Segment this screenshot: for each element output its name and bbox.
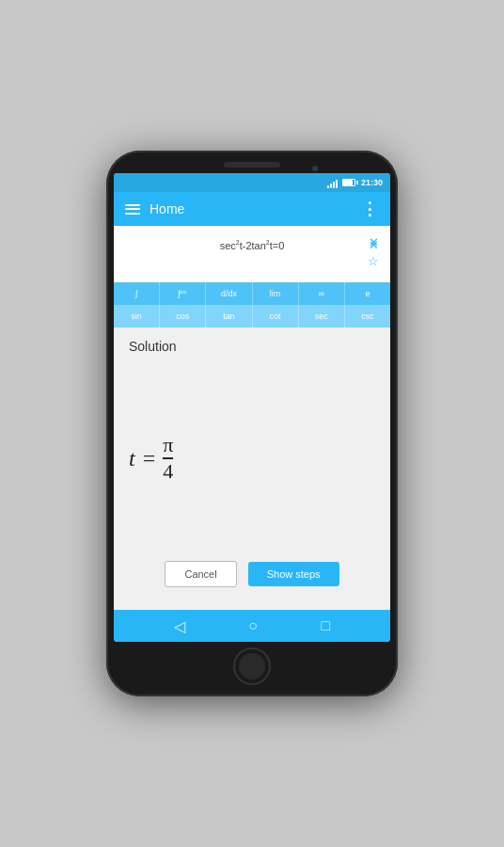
input-area: ✕ sec2t-2tan2t=0 ✕ ☆ bbox=[114, 226, 390, 282]
show-steps-button[interactable]: Show steps bbox=[248, 562, 339, 586]
battery-icon bbox=[342, 179, 355, 186]
solution-equals: = bbox=[143, 446, 156, 471]
more-options-icon[interactable]: ⋮ bbox=[361, 200, 379, 217]
solution-variable: t bbox=[129, 446, 135, 471]
app-title: Home bbox=[150, 201, 352, 216]
status-time: 21:30 bbox=[361, 178, 383, 187]
keyboard-row-2: sin cos tan cot sec csc bbox=[114, 305, 390, 328]
equation-row: sec2t-2tan2t=0 ✕ ☆ bbox=[125, 235, 379, 255]
equation-clear-button[interactable]: ✕ bbox=[369, 238, 379, 252]
bottom-nav-bar: ◁ ○ □ bbox=[114, 610, 390, 642]
key-tan[interactable]: tan bbox=[206, 305, 252, 328]
key-integral[interactable]: ∫ bbox=[114, 282, 160, 305]
key-derivative[interactable]: d/dx bbox=[206, 282, 252, 305]
solution-math: t = π 4 bbox=[129, 363, 375, 553]
math-keyboard: ∫ ∫ᵃᵇ d/dx lim ∞ e sin cos tan cot sec c… bbox=[114, 282, 390, 328]
phone-frame: 21:30 Home ⋮ ✕ sec2t-2tan2t=0 ✕ ☆ bbox=[106, 151, 398, 696]
phone-screen: 21:30 Home ⋮ ✕ sec2t-2tan2t=0 ✕ ☆ bbox=[114, 173, 390, 642]
status-icons: 21:30 bbox=[327, 178, 383, 188]
key-limit[interactable]: lim bbox=[253, 282, 299, 305]
phone-camera bbox=[312, 166, 318, 171]
key-sin[interactable]: sin bbox=[114, 305, 160, 328]
key-infinity[interactable]: ∞ bbox=[299, 282, 345, 305]
nav-recent-icon[interactable]: □ bbox=[322, 617, 331, 634]
key-cos[interactable]: cos bbox=[160, 305, 206, 328]
nav-home-icon[interactable]: ○ bbox=[248, 617, 258, 634]
cancel-button[interactable]: Cancel bbox=[165, 561, 236, 587]
nav-back-icon[interactable]: ◁ bbox=[174, 617, 185, 635]
key-e[interactable]: e bbox=[345, 282, 390, 305]
fraction-numerator: π bbox=[163, 435, 173, 455]
phone-speaker bbox=[224, 162, 280, 168]
action-buttons: Cancel Show steps bbox=[129, 553, 375, 599]
solution-label: Solution bbox=[129, 339, 375, 354]
key-definite-integral[interactable]: ∫ᵃᵇ bbox=[160, 282, 206, 305]
key-csc[interactable]: csc bbox=[345, 305, 390, 328]
equation-star-button[interactable]: ☆ bbox=[368, 254, 379, 268]
equation-display: sec2t-2tan2t=0 bbox=[220, 239, 285, 251]
key-cot[interactable]: cot bbox=[253, 305, 299, 328]
keyboard-row-1: ∫ ∫ᵃᵇ d/dx lim ∞ e bbox=[114, 282, 390, 305]
status-bar: 21:30 bbox=[114, 173, 390, 192]
main-content: ✕ sec2t-2tan2t=0 ✕ ☆ ∫ ∫ᵃᵇ d/dx lim ∞ e bbox=[114, 226, 390, 610]
fraction-denominator: 4 bbox=[163, 461, 173, 482]
phone-home-button[interactable] bbox=[233, 647, 271, 685]
signal-icon bbox=[327, 178, 338, 188]
menu-icon[interactable] bbox=[125, 204, 140, 215]
solution-fraction: π 4 bbox=[163, 435, 173, 482]
solution-area: Solution t = π 4 Cancel Show steps bbox=[114, 328, 390, 610]
key-sec[interactable]: sec bbox=[299, 305, 345, 328]
app-bar: Home ⋮ bbox=[114, 192, 390, 226]
